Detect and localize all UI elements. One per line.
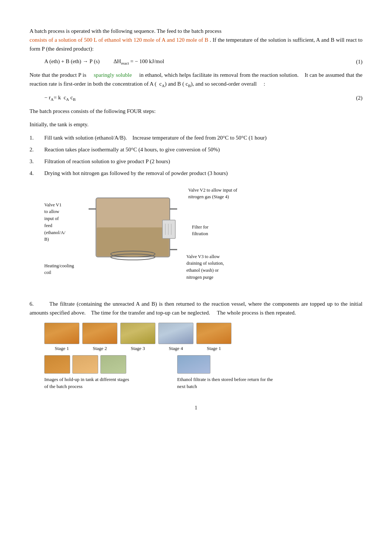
svg-rect-1	[97, 227, 169, 256]
stage-4-img	[158, 323, 193, 344]
heating-cooling-label: Heating/coolingcoil	[44, 262, 74, 277]
step-3-content: Filtration of reaction solution to give …	[44, 157, 362, 166]
stage-3-img	[120, 323, 155, 344]
valve-v1-label: Valve V1to allowinput offeed(ethanol/A/B…	[44, 202, 65, 243]
stage-2-label: Stage 2	[93, 346, 107, 351]
stage-3-wrapper: Stage 3	[120, 323, 155, 351]
p2-green: sparingly soluble	[94, 72, 132, 78]
filter-label: Filter forfiltration	[192, 224, 209, 238]
equation-2: − rA= k cA cB (2)	[44, 95, 362, 102]
caption-right-text: Ethanol filtrate is then stored before r…	[177, 376, 281, 390]
caption-left-block: Images of hold-up in tank at different s…	[44, 355, 129, 390]
reactor-diagram: Valve V1to allowinput offeed(ethanol/A/B…	[44, 185, 310, 292]
p2-start: Note that the product P is	[30, 72, 86, 78]
stage-1-label: Stage 1	[55, 346, 69, 351]
paragraph-6: 6. The filtrate (containing the unreacte…	[30, 299, 362, 317]
small-images-row	[44, 355, 129, 374]
paragraph-3: The batch process consists of the follow…	[30, 107, 362, 116]
step-2-num: 2.	[30, 145, 44, 154]
paragraph-2: Note that the product P is sparingly sol…	[30, 71, 362, 89]
step-1-num: 1.	[30, 133, 44, 142]
stage-1b-label: Stage 1	[207, 346, 221, 351]
equation-1: A (eth) + B (eth) → P (s) ΔHreact = − 10…	[44, 58, 362, 65]
bottom-captions-row: Images of hold-up in tank at different s…	[44, 355, 325, 390]
valve-v3-label: Valve V3 to allowdraining of solution,et…	[186, 253, 224, 281]
step-1-content: Fill tank with solution (ethanol/A/B). I…	[44, 133, 362, 142]
caption-right-block: Ethanol filtrate is then stored before r…	[177, 355, 281, 390]
stage-4-label: Stage 4	[169, 346, 183, 351]
page-number: 1	[30, 405, 362, 411]
eq2-text: − rA= k cA cB	[44, 95, 76, 102]
svg-rect-7	[162, 220, 175, 238]
stage-1b-img	[196, 323, 231, 344]
steps-list: 1. Fill tank with solution (ethanol/A/B)…	[30, 133, 362, 178]
p1-orange: consists of a solution of 500 L of ethan…	[30, 37, 208, 43]
stages-row: Stage 1 Stage 2 Stage 3 Stage 4 Stage 1	[44, 323, 325, 351]
p1-start: A batch process is operated with the fol…	[30, 28, 221, 34]
small-img-1	[44, 355, 70, 374]
small-img-2	[72, 355, 98, 374]
p6-text: The filtrate (containing the unreacted A…	[30, 301, 362, 316]
caption-left-text: Images of hold-up in tank at different s…	[44, 376, 129, 390]
step-3-num: 3.	[30, 157, 44, 166]
paragraph-4: Initially, the tank is empty.	[30, 120, 362, 129]
step-4: 4. Drying with hot nitrogen gas followed…	[30, 169, 362, 178]
step-1: 1. Fill tank with solution (ethanol/A/B)…	[30, 133, 362, 142]
eq2-number: (2)	[356, 95, 363, 101]
eq1-left: A (eth) + B (eth) → P (s) ΔHreact = − 10…	[44, 58, 164, 65]
stage-3-label: Stage 3	[131, 346, 145, 351]
stage-4-wrapper: Stage 4	[158, 323, 193, 351]
step-4-num: 4.	[30, 169, 44, 178]
small-img-3	[100, 355, 126, 374]
stage-1b-wrapper: Stage 1	[196, 323, 231, 351]
stage-1-img	[44, 323, 79, 344]
step-2-content: Reaction takes place isothermally at 50°…	[44, 145, 362, 154]
paragraph-1: A batch process is operated with the fol…	[30, 27, 362, 53]
stage-2-img	[82, 323, 117, 344]
process-stages-diagram: Stage 1 Stage 2 Stage 3 Stage 4 Stage 1 …	[44, 323, 325, 390]
p6-num: 6.	[30, 301, 34, 307]
stage-1-wrapper: Stage 1	[44, 323, 79, 351]
step-4-content: Drying with hot nitrogen gas followed by…	[44, 169, 362, 178]
tank-vessel	[89, 194, 177, 268]
step-3: 3. Filtration of reaction solution to gi…	[30, 157, 362, 166]
step-2: 2. Reaction takes place isothermally at …	[30, 145, 362, 154]
filtrate-img	[177, 355, 210, 374]
valve-v2-label: Valve V2 to allow input ofnitrogen gas (…	[188, 187, 237, 201]
stage-2-wrapper: Stage 2	[82, 323, 117, 351]
eq1-number: (1)	[356, 59, 363, 65]
